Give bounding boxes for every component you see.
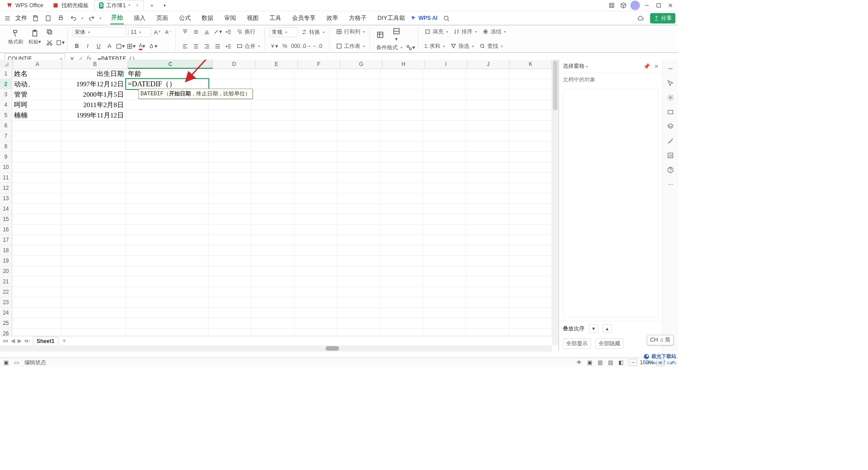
cell-E18[interactable] (251, 245, 294, 255)
row-header-2[interactable]: 2 (0, 79, 12, 89)
cell-G25[interactable] (337, 318, 380, 328)
cell-D24[interactable] (208, 308, 251, 318)
cell-F18[interactable] (294, 245, 337, 255)
cell-K4[interactable] (509, 100, 552, 110)
table-style-button[interactable] (374, 31, 386, 39)
cell-E8[interactable] (251, 141, 294, 151)
row-header-9[interactable]: 9 (0, 152, 12, 162)
cell-A25[interactable] (12, 318, 62, 328)
cell-K16[interactable] (509, 225, 552, 235)
cell-K7[interactable] (509, 131, 552, 141)
cell-H1[interactable] (380, 69, 423, 79)
merge-button[interactable]: 合并▾ (235, 42, 262, 51)
percent-icon[interactable]: % (280, 42, 289, 51)
cell-C12[interactable] (126, 183, 209, 193)
sheet-tab-1[interactable]: Sheet1 (33, 337, 58, 345)
cube-icon[interactable] (618, 0, 628, 10)
row-header-16[interactable]: 16 (0, 225, 12, 235)
cell-G5[interactable] (337, 110, 380, 120)
menu-tab-DIY工具箱[interactable]: DIY工具箱 (377, 12, 406, 24)
cell-F23[interactable] (294, 297, 337, 307)
cell-J14[interactable] (466, 204, 509, 214)
sheet-nav-prev-icon[interactable]: ◀ (11, 338, 15, 344)
cell-F17[interactable] (294, 235, 337, 245)
cell-K17[interactable] (509, 235, 552, 245)
undo-icon[interactable] (69, 14, 78, 23)
align-left-icon[interactable] (180, 42, 189, 51)
row-header-13[interactable]: 13 (0, 193, 12, 203)
cell-G8[interactable] (337, 141, 380, 151)
view-page-icon[interactable]: ▥ (598, 359, 603, 366)
italic-icon[interactable]: I (83, 42, 92, 51)
close-taskpane-icon[interactable]: ✕ (654, 63, 659, 70)
cell-E11[interactable] (251, 173, 294, 183)
wps-ai-button[interactable]: WPS AI (410, 15, 438, 21)
row-header-10[interactable]: 10 (0, 162, 12, 172)
add-sheet-button[interactable]: ＋ (61, 337, 67, 345)
cell-G6[interactable] (337, 121, 380, 131)
menu-tab-插入[interactable]: 插入 (133, 12, 146, 24)
cell-A10[interactable] (12, 162, 62, 172)
cell-J5[interactable] (466, 110, 509, 120)
cell-A8[interactable] (12, 141, 62, 151)
save-icon[interactable] (31, 14, 40, 23)
cell-I4[interactable] (423, 100, 466, 110)
cell-A5[interactable]: 楠楠 (12, 110, 62, 120)
view-break-icon[interactable]: ▤ (608, 359, 613, 366)
cell-E7[interactable] (251, 131, 294, 141)
help-tool-icon[interactable] (666, 165, 675, 174)
col-header-H[interactable]: H (382, 60, 425, 69)
indent-more-icon[interactable] (224, 42, 233, 51)
cell-B19[interactable] (61, 256, 126, 266)
cell-D21[interactable] (208, 277, 251, 287)
cell-B2[interactable]: 1997年12月12日 (61, 79, 126, 89)
row-header-12[interactable]: 12 (0, 183, 12, 193)
cell-A22[interactable] (12, 287, 62, 297)
pin-icon[interactable]: 📌 (643, 63, 650, 70)
cell-F5[interactable] (294, 110, 337, 120)
cell-B1[interactable]: 出生日期 (61, 69, 126, 79)
cell-F10[interactable] (294, 162, 337, 172)
cell-H21[interactable] (380, 277, 423, 287)
cell-G2[interactable] (337, 79, 380, 89)
cell-A11[interactable] (12, 173, 62, 183)
clipboard-tool-icon[interactable] (666, 108, 675, 117)
zoom-out-button[interactable]: − (629, 359, 637, 366)
align-bottom-icon[interactable] (202, 27, 211, 36)
tab-menu-button[interactable]: ▾ (160, 0, 170, 10)
cell-F25[interactable] (294, 318, 337, 328)
cell-B12[interactable] (61, 183, 126, 193)
row-header-3[interactable]: 3 (0, 89, 12, 99)
cell-A17[interactable] (12, 235, 62, 245)
cell-E24[interactable] (251, 308, 294, 318)
col-header-A[interactable]: A (13, 60, 62, 69)
cell-E17[interactable] (251, 235, 294, 245)
view-eye-icon[interactable]: 👁 (576, 359, 582, 366)
user-avatar[interactable] (630, 0, 640, 10)
cell-I1[interactable] (423, 69, 466, 79)
cell-J15[interactable] (466, 214, 509, 224)
cell-G18[interactable] (337, 245, 380, 255)
border-icon[interactable]: ▾ (116, 42, 125, 51)
menu-tab-审阅[interactable]: 审阅 (223, 12, 237, 24)
paste-button[interactable]: 粘贴▾ (27, 29, 43, 45)
cell-C15[interactable] (126, 214, 209, 224)
col-header-D[interactable]: D (213, 60, 255, 69)
cell-C24[interactable] (126, 308, 209, 318)
sheet-nav-next-icon[interactable]: ▶ (18, 338, 22, 344)
menu-tab-开始[interactable]: 开始 (110, 12, 124, 24)
cell-C8[interactable] (126, 141, 209, 151)
cell-C1[interactable]: 年龄 (126, 69, 209, 79)
cell-A12[interactable] (12, 183, 62, 193)
close-tab-icon[interactable]: × (136, 2, 139, 9)
cell-G16[interactable] (337, 225, 380, 235)
cell-K19[interactable] (509, 256, 552, 266)
col-header-C[interactable]: C (128, 60, 213, 69)
decrease-font-icon[interactable]: A⁻ (164, 28, 173, 37)
cell-B18[interactable] (61, 245, 126, 255)
cell-E2[interactable] (251, 79, 294, 89)
convert-button[interactable]: 转换▾ (299, 28, 326, 37)
align-middle-icon[interactable] (191, 27, 200, 36)
cell-D6[interactable] (208, 121, 251, 131)
row-header-1[interactable]: 1 (0, 69, 12, 79)
